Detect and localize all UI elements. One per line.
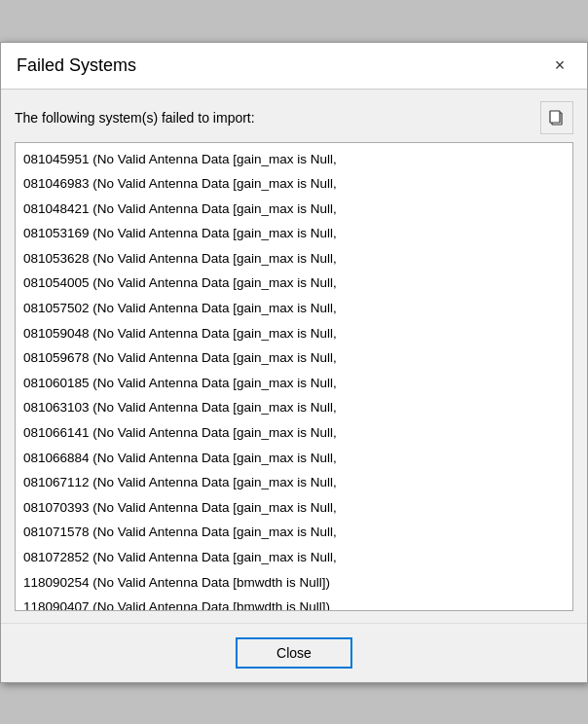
list-item: 081067112 (No Valid Antenna Data [gain_m…: [16, 470, 572, 495]
copy-icon: [548, 109, 566, 127]
header-row: The following system(s) failed to import…: [15, 101, 573, 134]
list-item: 081054005 (No Valid Antenna Data [gain_m…: [16, 271, 572, 296]
titlebar: Failed Systems ×: [1, 43, 587, 90]
list-item: 081057502 (No Valid Antenna Data [gain_m…: [16, 296, 572, 321]
svg-rect-1: [550, 111, 560, 123]
list-item: 081066884 (No Valid Antenna Data [gain_m…: [16, 446, 572, 471]
dialog-title: Failed Systems: [17, 55, 136, 76]
list-item: 081071578 (No Valid Antenna Data [gain_m…: [16, 520, 572, 545]
list-item: 081072852 (No Valid Antenna Data [gain_m…: [16, 545, 572, 570]
list-item: 081048421 (No Valid Antenna Data [gain_m…: [16, 197, 572, 222]
list-scroll-area[interactable]: 081045951 (No Valid Antenna Data [gain_m…: [16, 143, 572, 610]
failed-systems-dialog: Failed Systems × The following system(s)…: [0, 42, 588, 683]
list-item: 081053169 (No Valid Antenna Data [gain_m…: [16, 221, 572, 246]
dialog-footer: Close: [1, 623, 587, 682]
subtitle-text: The following system(s) failed to import…: [15, 110, 255, 126]
list-item: 081045951 (No Valid Antenna Data [gain_m…: [16, 147, 572, 172]
list-item: 081066141 (No Valid Antenna Data [gain_m…: [16, 420, 572, 446]
list-item: 081059678 (No Valid Antenna Data [gain_m…: [16, 345, 572, 371]
copy-button[interactable]: [540, 101, 573, 134]
close-button[interactable]: Close: [236, 637, 352, 669]
list-item: 118090407 (No Valid Antenna Data [bmwdth…: [16, 595, 572, 609]
failed-systems-list-container: 081045951 (No Valid Antenna Data [gain_m…: [15, 142, 573, 611]
list-item: 081059048 (No Valid Antenna Data [gain_m…: [16, 321, 572, 346]
list-item: 081053628 (No Valid Antenna Data [gain_m…: [16, 246, 572, 272]
list-item: 081063103 (No Valid Antenna Data [gain_m…: [16, 395, 572, 420]
list-item: 081046983 (No Valid Antenna Data [gain_m…: [16, 171, 572, 197]
dialog-body: The following system(s) failed to import…: [1, 90, 587, 623]
list-item: 118090254 (No Valid Antenna Data [bmwdth…: [16, 570, 572, 596]
close-icon-button[interactable]: ×: [546, 52, 573, 79]
list-content: 081045951 (No Valid Antenna Data [gain_m…: [16, 143, 572, 610]
list-item: 081060185 (No Valid Antenna Data [gain_m…: [16, 371, 572, 396]
list-item: 081070393 (No Valid Antenna Data [gain_m…: [16, 495, 572, 521]
